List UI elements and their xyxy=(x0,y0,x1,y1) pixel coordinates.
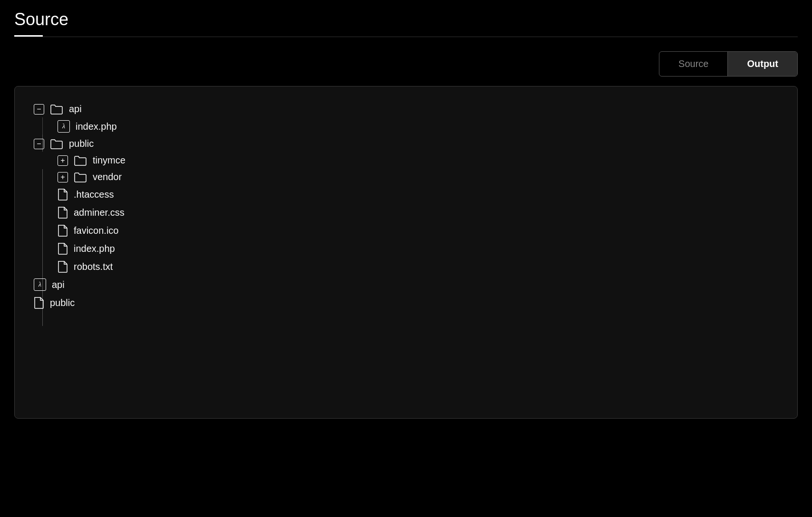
header: Source xyxy=(0,0,812,37)
lambda-file-icon: λ xyxy=(58,120,70,133)
folder-label: public xyxy=(69,138,94,149)
toggle-bar: Source Output xyxy=(0,37,812,86)
file-label: robots.txt xyxy=(74,261,113,272)
file-icon xyxy=(58,188,68,201)
list-item[interactable]: + tinymce xyxy=(34,152,778,169)
lambda-file-icon: λ xyxy=(34,278,46,291)
folder-label: tinymce xyxy=(93,155,126,166)
public-file-item[interactable]: public xyxy=(34,294,778,312)
folder-label: vendor xyxy=(93,172,122,182)
folder-icon xyxy=(50,104,63,115)
file-label: api xyxy=(52,279,65,290)
adminercss-item[interactable]: adminer.css xyxy=(58,203,778,221)
source-toggle-button[interactable]: Source xyxy=(659,52,728,76)
expand-icon[interactable]: + xyxy=(58,155,68,166)
robots-item[interactable]: robots.txt xyxy=(58,258,778,276)
list-item[interactable]: − public + xyxy=(34,135,778,276)
list-item[interactable]: + vendor xyxy=(34,169,778,185)
folder-icon xyxy=(74,155,87,166)
vendor-folder-item[interactable]: + vendor xyxy=(58,169,778,185)
list-item[interactable]: favicon.ico xyxy=(34,221,778,239)
file-label: index.php xyxy=(74,243,115,254)
file-icon xyxy=(58,224,68,237)
expand-icon[interactable]: + xyxy=(58,172,68,182)
collapse-icon[interactable]: − xyxy=(34,139,44,149)
folder-icon xyxy=(74,172,87,182)
folder-icon xyxy=(50,139,63,149)
api-folder-item[interactable]: − api xyxy=(34,101,778,117)
tinymce-folder-item[interactable]: + tinymce xyxy=(58,152,778,169)
list-item[interactable]: public xyxy=(34,294,778,312)
favicon-item[interactable]: favicon.ico xyxy=(58,221,778,239)
public-folder-item[interactable]: − public xyxy=(34,135,778,152)
public-indexphp-item[interactable]: index.php xyxy=(58,239,778,258)
file-icon xyxy=(34,297,44,309)
output-toggle-button[interactable]: Output xyxy=(728,52,797,76)
list-item[interactable]: index.php xyxy=(34,239,778,258)
file-icon xyxy=(58,242,68,255)
collapse-icon[interactable]: − xyxy=(34,104,44,115)
page-title: Source xyxy=(14,10,798,29)
file-icon xyxy=(58,260,68,273)
file-tree-container: − api λ index.php xyxy=(14,86,798,419)
list-item[interactable]: − api λ index.php xyxy=(34,101,778,135)
file-label: adminer.css xyxy=(74,207,125,218)
folder-label: api xyxy=(69,104,82,115)
file-label: public xyxy=(50,297,75,308)
file-label: favicon.ico xyxy=(74,225,119,236)
list-item[interactable]: λ api xyxy=(34,276,778,294)
file-label: index.php xyxy=(76,121,117,132)
api-lambda-item[interactable]: λ api xyxy=(34,276,778,294)
index-php-item[interactable]: λ index.php xyxy=(58,117,778,135)
list-item[interactable]: λ index.php xyxy=(34,117,778,135)
list-item[interactable]: .htaccess xyxy=(34,185,778,203)
file-label: .htaccess xyxy=(74,189,114,200)
list-item[interactable]: robots.txt xyxy=(34,258,778,276)
list-item[interactable]: adminer.css xyxy=(34,203,778,221)
htaccess-item[interactable]: .htaccess xyxy=(58,185,778,203)
file-icon xyxy=(58,206,68,219)
view-toggle-group: Source Output xyxy=(659,51,798,77)
file-tree: − api λ index.php xyxy=(34,101,778,312)
